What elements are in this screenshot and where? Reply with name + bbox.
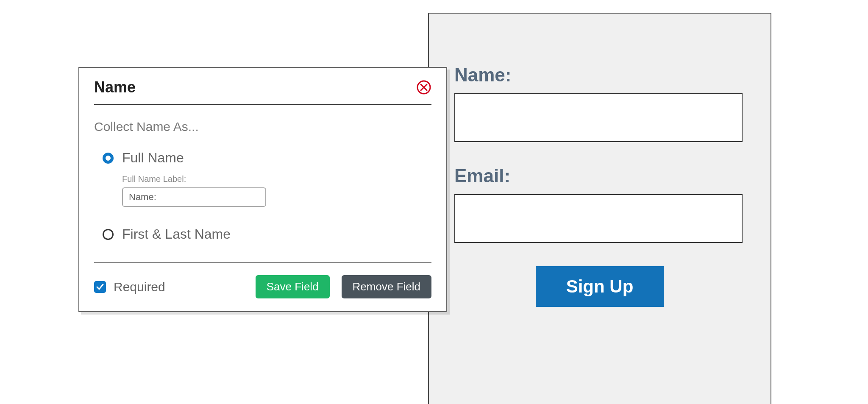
- signup-button[interactable]: Sign Up: [536, 266, 664, 307]
- full-name-label-input[interactable]: [122, 187, 266, 207]
- preview-email-input[interactable]: [454, 194, 743, 243]
- collect-name-radio-group: Full Name Full Name Label: First & Last …: [94, 150, 431, 263]
- form-preview-panel: Name: Email: Sign Up: [428, 13, 771, 404]
- preview-name-input[interactable]: [454, 93, 743, 142]
- save-field-button[interactable]: Save Field: [256, 275, 330, 298]
- preview-email-label: Email:: [454, 165, 745, 187]
- required-checkbox-wrap[interactable]: Required: [94, 280, 165, 294]
- preview-field-email: Email:: [454, 165, 745, 243]
- modal-title: Name: [94, 78, 136, 96]
- radio-first-last-name[interactable]: First & Last Name: [103, 226, 431, 242]
- preview-name-label: Name:: [454, 64, 745, 86]
- close-icon[interactable]: [416, 80, 431, 95]
- radio-full-name-label: Full Name: [122, 150, 184, 166]
- radio-unselected-icon: [103, 229, 114, 240]
- required-label: Required: [114, 280, 165, 294]
- radio-first-last-label: First & Last Name: [122, 226, 231, 242]
- full-name-label-caption: Full Name Label:: [122, 174, 431, 184]
- checkbox-checked-icon: [94, 281, 106, 293]
- preview-field-name: Name:: [454, 64, 745, 142]
- modal-header: Name: [94, 78, 431, 105]
- modal-footer: Required Save Field Remove Field: [94, 275, 431, 298]
- full-name-label-config: Full Name Label:: [122, 174, 431, 207]
- radio-selected-icon: [103, 153, 114, 164]
- collect-name-as-label: Collect Name As...: [94, 120, 431, 134]
- radio-full-name[interactable]: Full Name: [103, 150, 431, 166]
- remove-field-button[interactable]: Remove Field: [342, 275, 431, 298]
- field-editor-modal: Name Collect Name As... Full Name Full N…: [78, 67, 447, 312]
